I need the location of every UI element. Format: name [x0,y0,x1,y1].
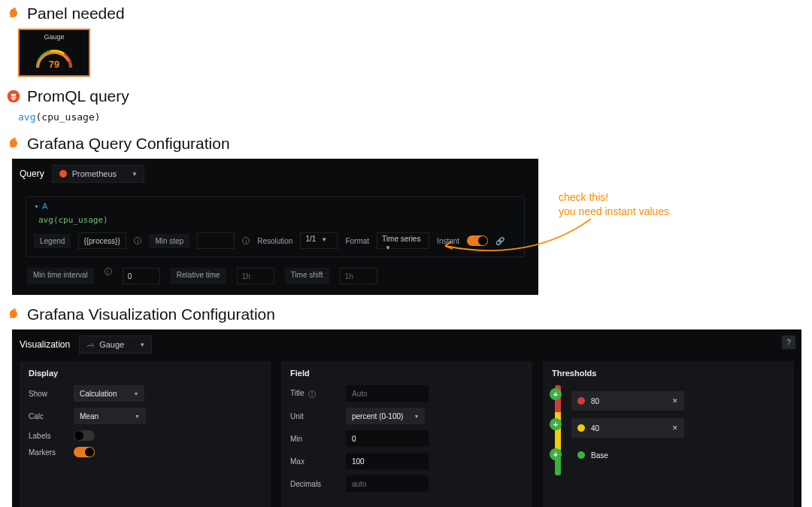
section-title: PromQL query [27,87,129,105]
grafana-icon [6,6,21,21]
chevron-down-icon: ▼ [34,204,39,209]
threshold-color-dot[interactable] [577,424,585,432]
chevron-down-icon: ▼ [139,342,145,348]
visualization-editor-panel: Visualization Gauge ▼ ? Display Show Cal… [12,329,801,507]
labels-label: Labels [29,432,66,440]
instant-label: Instant [437,237,459,245]
minstep-input[interactable] [197,232,235,249]
gauge-value: 79 [49,59,59,70]
query-tab[interactable]: Query [20,168,44,179]
section-queryconf: Grafana Query Configuration [6,135,806,153]
chevron-down-icon: ▼ [385,244,391,251]
chevron-down-icon: ▼ [133,391,138,396]
format-select[interactable]: Time series ▼ [377,232,429,249]
resolution-label: Resolution [257,237,292,245]
grafana-icon [6,307,21,322]
chevron-down-icon: ▼ [135,414,140,419]
prometheus-icon [59,169,68,178]
add-threshold-button[interactable]: + [550,448,562,460]
max-input[interactable] [346,453,429,469]
section-promql: PromQL query [6,87,806,105]
min-interval-label: Min time interval [27,268,94,284]
threshold-color-dot[interactable] [577,397,585,405]
decimals-input[interactable] [346,475,429,492]
gauge-icon [86,340,95,349]
prometheus-icon [6,89,21,104]
unit-label: Unit [290,412,338,420]
minstep-label: Min step [149,234,189,248]
visualization-tab[interactable]: Visualization [20,339,70,350]
field-column: Field Title i Unit percent (0-100)▼ Min … [281,361,532,507]
labels-toggle[interactable] [74,430,95,441]
display-column: Display Show Calculation▼ Calc Mean▼ Lab… [20,361,271,507]
section-title: Panel needed [27,5,125,23]
query-row-toggle[interactable]: ▼ A [34,202,517,211]
threshold-value[interactable]: 40 [591,424,666,433]
threshold-track: + + + [555,385,561,475]
min-input[interactable] [346,430,429,447]
link-icon[interactable]: 🔗 [495,237,504,245]
threshold-row[interactable]: 80 ✕ [571,391,684,411]
datasource-name: Prometheus [72,169,117,178]
threshold-row[interactable]: 40 ✕ [571,418,684,438]
instant-toggle[interactable] [467,235,488,246]
format-label: Format [345,237,369,245]
markers-toggle[interactable] [74,447,95,457]
chevron-down-icon: ▼ [321,236,327,243]
legend-input[interactable] [78,232,126,249]
chevron-down-icon: ▼ [132,171,138,178]
info-icon[interactable]: i [242,237,250,244]
title-label: Title i [290,389,338,398]
decimals-label: Decimals [290,480,338,488]
section-panel-needed: Panel needed [6,5,806,23]
resolution-select[interactable]: 1/1 ▼ [300,232,338,249]
calc-label: Calc [29,412,66,420]
reltime-label: Relative time [171,268,226,284]
field-header: Field [290,369,523,378]
min-interval-input[interactable] [123,268,160,284]
timeshift-label: Time shift [285,268,329,284]
svg-point-1 [59,170,67,178]
query-text-input[interactable]: avg(cpu_usage) [38,215,517,225]
show-select[interactable]: Calculation▼ [74,385,144,402]
help-button[interactable]: ? [782,335,795,349]
threshold-row[interactable]: Base [571,445,684,465]
max-label: Max [290,457,338,466]
threshold-value: Base [591,451,678,460]
annotation: check this! you need instant values [559,190,739,219]
remove-threshold-button[interactable]: ✕ [672,397,678,405]
section-vizconf: Grafana Visualization Configuration [6,305,806,323]
query-editor-panel: Query Prometheus ▼ ▼ A avg(cpu_usage) Le… [12,159,538,295]
add-threshold-button[interactable]: + [550,388,562,400]
viz-type-name: Gauge [99,340,124,349]
promql-arg: cpu_usage [41,111,94,123]
thresholds-column: Thresholds + + + 80 ✕ 40 ✕ [543,361,794,507]
info-icon[interactable]: i [105,268,112,275]
add-threshold-button[interactable]: + [550,418,562,430]
viz-type-picker[interactable]: Gauge ▼ [79,335,152,354]
datasource-picker[interactable]: Prometheus ▼ [52,165,144,183]
grafana-icon [6,136,21,151]
threshold-value[interactable]: 80 [591,397,666,405]
reltime-input[interactable] [237,268,274,284]
calc-select[interactable]: Mean▼ [74,408,146,424]
legend-label: Legend [34,234,71,248]
unit-select[interactable]: percent (0-100)▼ [346,408,425,424]
section-title: Grafana Query Configuration [27,135,230,153]
gauge-graphic: 79 [32,42,77,72]
threshold-color-dot[interactable] [577,451,585,459]
remove-threshold-button[interactable]: ✕ [672,424,678,432]
section-title: Grafana Visualization Configuration [27,305,275,323]
annotation-line1: check this! [559,190,739,205]
display-header: Display [29,369,262,378]
promql-code: avg(cpu_usage) [18,111,806,123]
query-row-letter: A [42,202,47,211]
chevron-down-icon: ▼ [414,414,419,419]
markers-label: Markers [29,448,66,457]
min-label: Min [290,435,338,443]
show-label: Show [29,390,66,398]
info-icon[interactable]: i [308,390,316,398]
timeshift-input[interactable] [340,268,377,284]
info-icon[interactable]: i [134,237,141,244]
title-input[interactable] [346,385,429,402]
